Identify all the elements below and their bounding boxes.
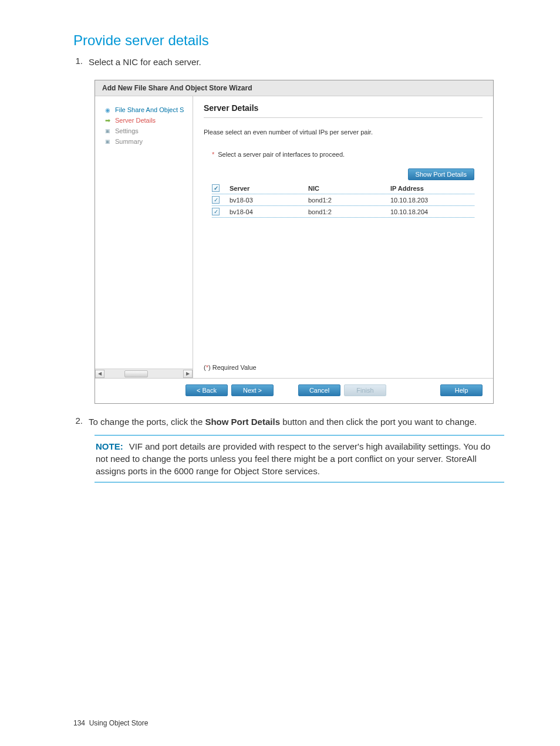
wizard-sidebar: ◉ File Share And Object S ➡ Server Detai… <box>95 96 193 378</box>
col-nic-header: NIC <box>308 185 390 192</box>
wizard-footer: < Back Next > Cancel Finish Help <box>95 378 493 403</box>
square-icon: ▣ <box>104 128 110 134</box>
sidebar-item-server-details[interactable]: ➡ Server Details <box>95 115 193 126</box>
row-checkbox[interactable]: ✓ <box>212 196 220 204</box>
section-title: Provide server details <box>73 32 504 49</box>
sidebar-item-label: Server Details <box>115 117 156 124</box>
back-button[interactable]: < Back <box>185 384 228 396</box>
arrow-icon: ➡ <box>104 117 110 123</box>
table-row[interactable]: ✓ bv18-04 bond1:2 10.10.18.204 <box>212 206 474 218</box>
select-all-checkbox[interactable]: ✓ <box>212 184 220 192</box>
step-text: To change the ports, click the Show Port… <box>89 416 504 428</box>
step-number: 1. <box>73 56 89 68</box>
cell-server: bv18-04 <box>226 208 308 215</box>
sidebar-item-summary[interactable]: ▣ Summary <box>95 136 193 147</box>
instruction-1: 1. Select a NIC for each server. <box>73 56 504 68</box>
sidebar-item-label: File Share And Object S <box>115 106 184 113</box>
finish-button: Finish <box>344 384 386 396</box>
note-block: NOTE:VIF and port details are provided w… <box>95 435 504 482</box>
square-icon: ▣ <box>104 139 110 144</box>
show-port-details-button[interactable]: Show Port Details <box>408 168 474 180</box>
note-label: NOTE: <box>96 441 123 451</box>
step2-pre: To change the ports, click the <box>89 417 205 427</box>
page-number: 134 <box>73 719 85 727</box>
step2-bold: Show Port Details <box>205 417 280 427</box>
row-checkbox[interactable]: ✓ <box>212 208 220 215</box>
cell-ip: 10.10.18.203 <box>390 197 474 204</box>
sidebar-item-settings[interactable]: ▣ Settings <box>95 126 193 136</box>
sidebar-item-file-share[interactable]: ◉ File Share And Object S <box>95 104 193 115</box>
sidebar-item-label: Summary <box>115 138 143 145</box>
radio-icon: ◉ <box>104 107 110 113</box>
step-number: 2. <box>73 416 89 428</box>
scroll-thumb[interactable] <box>124 370 148 377</box>
sidebar-scrollbar[interactable]: ◀ ▶ <box>95 369 193 378</box>
page-footer: 134 Using Object Store <box>73 719 148 727</box>
required-note-text: Required Value <box>212 364 257 371</box>
cell-nic: bond1:2 <box>308 197 390 204</box>
required-row: * Select a server pair of interfaces to … <box>204 151 483 158</box>
scroll-right-icon[interactable]: ▶ <box>183 370 193 378</box>
note-text: VIF and port details are provided with r… <box>96 441 490 476</box>
instruction-2: 2. To change the ports, click the Show P… <box>73 416 504 428</box>
table-row[interactable]: ✓ bv18-03 bond1:2 10.10.18.203 <box>212 194 474 206</box>
star-icon: * <box>206 364 208 371</box>
cell-ip: 10.10.18.204 <box>390 208 474 215</box>
required-text: Select a server pair of interfaces to pr… <box>218 151 345 158</box>
cell-nic: bond1:2 <box>308 208 390 215</box>
col-ip-header: IP Address <box>390 185 474 192</box>
sidebar-item-label: Settings <box>115 127 139 134</box>
required-note: (*) Required Value <box>204 364 257 371</box>
step2-post: button and then click the port you want … <box>280 417 477 427</box>
col-server-header: Server <box>226 185 308 192</box>
page-footer-text: Using Object Store <box>89 719 149 727</box>
required-star-icon: * <box>212 151 214 158</box>
help-button[interactable]: Help <box>440 384 483 396</box>
wizard-title: Add New File Share And Object Store Wiza… <box>95 80 493 96</box>
wizard-main: Server Details Please select an even num… <box>193 96 493 378</box>
scroll-left-icon[interactable]: ◀ <box>95 370 104 378</box>
server-table: ✓ Server NIC IP Address ✓ bv18-03 bond1:… <box>212 183 474 218</box>
main-heading: Server Details <box>204 103 483 118</box>
cancel-button[interactable]: Cancel <box>298 384 340 396</box>
step-text: Select a NIC for each server. <box>89 56 504 68</box>
table-header: ✓ Server NIC IP Address <box>212 183 474 194</box>
main-description: Please select an even number of virtual … <box>204 129 483 136</box>
next-button[interactable]: Next > <box>231 384 274 396</box>
wizard-window: Add New File Share And Object Store Wiza… <box>95 80 494 404</box>
scroll-track[interactable] <box>104 370 183 378</box>
cell-server: bv18-03 <box>226 197 308 204</box>
